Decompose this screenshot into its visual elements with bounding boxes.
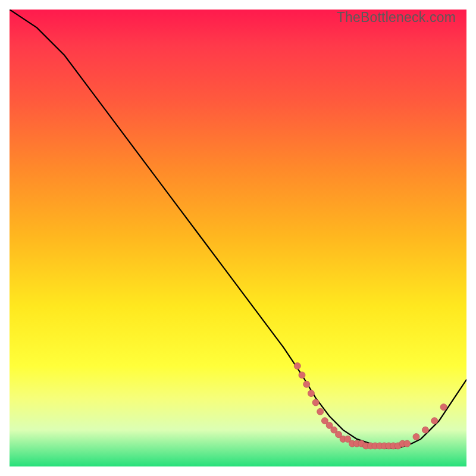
data-dot xyxy=(345,436,351,442)
data-dot xyxy=(372,443,378,449)
data-dot xyxy=(386,443,392,449)
data-dot xyxy=(353,440,360,447)
bottleneck-dots xyxy=(294,363,447,449)
data-dot xyxy=(440,404,447,411)
data-dot xyxy=(367,443,374,449)
data-dot xyxy=(399,440,406,447)
data-dot xyxy=(431,418,438,424)
watermark-text: TheBottleneck.com xyxy=(337,10,456,26)
data-dot xyxy=(312,399,319,406)
data-dot xyxy=(308,390,314,397)
data-dot xyxy=(422,427,428,433)
data-dot xyxy=(381,443,387,449)
data-dot xyxy=(326,422,333,428)
data-dot xyxy=(340,436,346,442)
bottleneck-curve xyxy=(10,10,466,448)
data-dot xyxy=(299,372,305,378)
data-dot xyxy=(303,381,310,387)
data-dot xyxy=(331,427,337,433)
data-dot xyxy=(294,363,300,369)
plot-area: TheBottleneck.com xyxy=(10,10,466,466)
data-dot xyxy=(404,440,411,447)
data-dot xyxy=(321,418,328,424)
chart-frame: TheBottleneck.com xyxy=(0,0,476,476)
data-dot xyxy=(358,440,365,447)
data-dot xyxy=(349,440,356,447)
data-dot xyxy=(390,443,397,449)
data-dot xyxy=(377,443,383,449)
data-dot xyxy=(413,434,419,440)
data-dot xyxy=(317,408,324,415)
chart-overlay-svg xyxy=(10,10,466,466)
data-dot xyxy=(336,431,342,438)
data-dot xyxy=(394,443,401,449)
data-dot xyxy=(363,443,369,449)
